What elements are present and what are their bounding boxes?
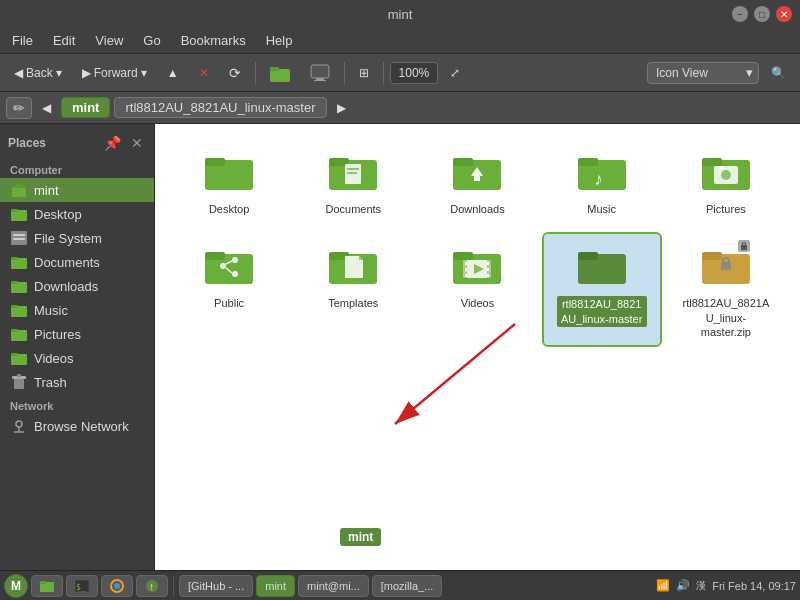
taskbar-file-manager-icon[interactable] bbox=[31, 575, 63, 597]
monitor-button[interactable] bbox=[302, 60, 338, 86]
path-edit-button[interactable]: ✏ bbox=[6, 97, 32, 119]
taskbar-mozilla-button[interactable]: [mozilla_... bbox=[372, 575, 443, 597]
zoom-fit-button[interactable]: ⤢ bbox=[442, 62, 468, 84]
titlebar-title: mint bbox=[388, 7, 413, 22]
svg-rect-21 bbox=[11, 353, 18, 356]
toolbar-separator-3 bbox=[383, 62, 384, 84]
svg-rect-10 bbox=[13, 234, 25, 236]
sidebar-item-documents[interactable]: Documents bbox=[0, 250, 154, 274]
svg-rect-4 bbox=[314, 80, 326, 81]
sidebar-pin-icon[interactable]: 📌 bbox=[101, 134, 124, 152]
menu-help[interactable]: Help bbox=[258, 31, 301, 50]
taskbar-separator bbox=[173, 576, 174, 596]
sidebar-item-music[interactable]: Music bbox=[0, 298, 154, 322]
stop-button[interactable]: ✕ bbox=[191, 62, 217, 84]
sidebar-item-pictures[interactable]: Pictures bbox=[0, 322, 154, 346]
folder-icon bbox=[270, 64, 290, 82]
sidebar-item-downloads[interactable]: Downloads bbox=[0, 274, 154, 298]
taskbar-browser-icon[interactable] bbox=[101, 575, 133, 597]
back-button[interactable]: ◀ Back ▾ bbox=[6, 62, 70, 84]
svg-rect-38 bbox=[474, 176, 480, 181]
svg-rect-8 bbox=[11, 209, 18, 212]
back-dropdown-icon: ▾ bbox=[56, 66, 62, 80]
file-label-downloads: Downloads bbox=[450, 202, 504, 216]
home-icon bbox=[10, 181, 28, 199]
sidebar-item-browse-network[interactable]: Browse Network bbox=[0, 414, 154, 438]
minimize-button[interactable]: − bbox=[732, 6, 748, 22]
sidebar-item-trash[interactable]: Trash bbox=[0, 370, 154, 394]
file-item-templates[interactable]: Templates bbox=[295, 234, 411, 345]
svg-rect-19 bbox=[11, 329, 18, 332]
music-folder-svg: ♪ bbox=[578, 148, 626, 196]
sidebar-item-mint-label: mint bbox=[34, 183, 59, 198]
folder-button[interactable] bbox=[262, 60, 298, 86]
sidebar-item-desktop-label: Desktop bbox=[34, 207, 82, 222]
main-layout: Places 📌 ✕ Computer mint Desktop bbox=[0, 124, 800, 572]
sidebar-header: Places 📌 ✕ bbox=[0, 130, 154, 156]
sidebar: Places 📌 ✕ Computer mint Desktop bbox=[0, 124, 155, 572]
svg-rect-24 bbox=[17, 374, 21, 377]
file-item-public[interactable]: Public bbox=[171, 234, 287, 345]
sidebar-item-mint[interactable]: mint bbox=[0, 178, 154, 202]
search-button[interactable]: 🔍 bbox=[763, 62, 794, 84]
svg-rect-15 bbox=[11, 281, 18, 284]
svg-rect-33 bbox=[347, 168, 359, 170]
sidebar-section-network: Network bbox=[0, 394, 154, 414]
file-item-rtl-folder[interactable]: rtl8812AU_8821AU_linux-master bbox=[544, 234, 660, 345]
menu-edit[interactable]: Edit bbox=[45, 31, 83, 50]
file-item-rtl-zip[interactable]: rtl8812AU_8821AU_linux-master.zip bbox=[668, 234, 784, 345]
toolbar-separator bbox=[255, 62, 256, 84]
forward-dropdown-icon: ▾ bbox=[141, 66, 147, 80]
sidebar-item-videos-label: Videos bbox=[34, 351, 74, 366]
sidebar-item-documents-label: Documents bbox=[34, 255, 100, 270]
monitor-icon bbox=[310, 64, 330, 82]
file-item-pictures[interactable]: Pictures bbox=[668, 140, 784, 222]
sidebar-close-icon[interactable]: ✕ bbox=[128, 134, 146, 152]
sidebar-item-desktop[interactable]: Desktop bbox=[0, 202, 154, 226]
path-next-icon: ▶ bbox=[337, 101, 346, 115]
downloads-folder-icon bbox=[10, 277, 28, 295]
reload-button[interactable]: ⟳ bbox=[221, 61, 249, 85]
up-button[interactable]: ▲ bbox=[159, 62, 187, 84]
svg-rect-34 bbox=[347, 172, 357, 174]
close-button[interactable]: ✕ bbox=[776, 6, 792, 22]
taskbar-mint-files-button[interactable]: mint bbox=[256, 575, 295, 597]
menu-file[interactable]: File bbox=[4, 31, 41, 50]
menu-bookmarks[interactable]: Bookmarks bbox=[173, 31, 254, 50]
back-arrow-icon: ◀ bbox=[14, 66, 23, 80]
menubar: File Edit View Go Bookmarks Help bbox=[0, 28, 800, 54]
svg-point-25 bbox=[16, 421, 22, 427]
taskbar-terminal-button[interactable]: mint@mi... bbox=[298, 575, 369, 597]
taskbar-github-button[interactable]: [GitHub - ... bbox=[179, 575, 253, 597]
path-crumb-root[interactable]: mint bbox=[61, 97, 110, 118]
filesystem-icon bbox=[10, 229, 28, 247]
view-select[interactable]: Icon View List View Compact View bbox=[647, 62, 759, 84]
sidebar-item-filesystem[interactable]: File System bbox=[0, 226, 154, 250]
file-label-public: Public bbox=[214, 296, 244, 310]
path-crumb-sub[interactable]: rtl8812AU_8821AU_linux-master bbox=[114, 97, 326, 118]
maximize-button[interactable]: □ bbox=[754, 6, 770, 22]
forward-button[interactable]: ▶ Forward ▾ bbox=[74, 62, 155, 84]
path-next-button[interactable]: ▶ bbox=[331, 98, 352, 118]
menu-go[interactable]: Go bbox=[135, 31, 168, 50]
toolbar-separator-2 bbox=[344, 62, 345, 84]
file-item-documents[interactable]: Documents bbox=[295, 140, 411, 222]
menu-button[interactable]: M bbox=[4, 574, 28, 598]
svg-rect-40 bbox=[578, 158, 598, 166]
clock: Fri Feb 14, 09:17 bbox=[712, 580, 796, 592]
pictures-folder-icon bbox=[10, 325, 28, 343]
menu-view[interactable]: View bbox=[87, 31, 131, 50]
file-item-videos[interactable]: Videos bbox=[419, 234, 535, 345]
svg-rect-48 bbox=[205, 252, 225, 260]
new-tab-button[interactable]: ⊞ bbox=[351, 62, 377, 84]
file-item-downloads[interactable]: Downloads bbox=[419, 140, 535, 222]
svg-rect-17 bbox=[11, 305, 18, 308]
network-icon bbox=[10, 417, 28, 435]
taskbar-terminal-icon[interactable]: $_ bbox=[66, 575, 98, 597]
sidebar-item-videos[interactable]: Videos bbox=[0, 346, 154, 370]
path-prev-button[interactable]: ◀ bbox=[36, 98, 57, 118]
search-icon: 🔍 bbox=[771, 66, 786, 80]
file-item-music[interactable]: ♪ Music bbox=[544, 140, 660, 222]
taskbar-update-icon[interactable]: ↑ bbox=[136, 575, 168, 597]
file-item-desktop[interactable]: Desktop bbox=[171, 140, 287, 222]
